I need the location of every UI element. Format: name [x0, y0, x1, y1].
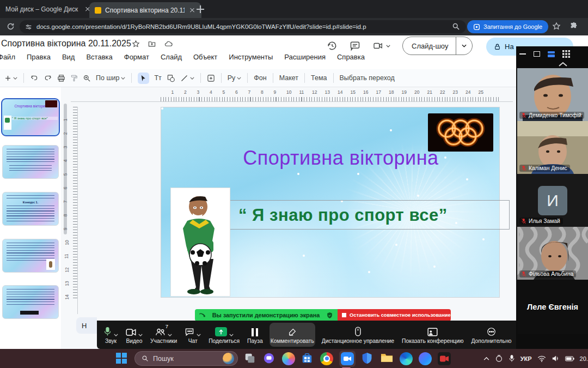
- move-folder-icon[interactable]: [148, 40, 156, 48]
- comments-icon[interactable]: [350, 40, 360, 51]
- minimize-icon[interactable]: [519, 53, 526, 55]
- menu-insert[interactable]: Вставка: [86, 53, 112, 61]
- site-settings-icon[interactable]: [25, 23, 32, 31]
- textbox-tool-button[interactable]: Tт: [154, 74, 161, 82]
- task-view-button[interactable]: [244, 352, 257, 365]
- chrome-app-icon[interactable]: [320, 352, 333, 365]
- participant-tile[interactable]: Фільова Альбина: [517, 227, 588, 280]
- restore-window-icon[interactable]: [534, 51, 540, 57]
- join-call-button[interactable]: [372, 41, 390, 51]
- line-tool-button[interactable]: [180, 74, 194, 82]
- partially-hidden-button[interactable]: Н: [76, 317, 97, 334]
- zoom-pause-button[interactable]: Пауза: [246, 321, 264, 349]
- participant-tile[interactable]: Каліман Денис: [517, 121, 588, 174]
- menu-slide[interactable]: Слайд: [161, 53, 182, 61]
- menu-tools[interactable]: Инструменты: [229, 53, 273, 61]
- olympic-rings-image[interactable]: [428, 113, 493, 152]
- browser-tab-presentation[interactable]: Спортивна вікторина 20.11.20: [89, 2, 201, 18]
- designer-app-icon[interactable]: [419, 352, 432, 365]
- cloud-status-icon[interactable]: [164, 40, 173, 48]
- participant-tile[interactable]: Леле Євгенія: [517, 280, 588, 334]
- slide-thumbnail-5[interactable]: [2, 285, 59, 319]
- slide-thumbnail-2[interactable]: [2, 145, 59, 179]
- extensions-icon[interactable]: [569, 22, 578, 31]
- menu-view[interactable]: Вид: [62, 53, 75, 61]
- new-tab-button[interactable]: [196, 5, 205, 14]
- print-button[interactable]: [57, 74, 65, 82]
- redo-button[interactable]: [44, 74, 52, 82]
- document-title[interactable]: Спортивна вікторина 20.11.2025: [1, 39, 131, 49]
- search-icon[interactable]: [452, 22, 460, 31]
- chevron-down-icon: [229, 334, 234, 336]
- shape-tool-button[interactable]: [167, 74, 175, 82]
- zoom-tool-icon[interactable]: [83, 74, 91, 82]
- bookmark-star-icon[interactable]: [552, 22, 561, 31]
- stop-sharing-button[interactable]: Остановить совместное использование: [338, 309, 451, 321]
- gallery-view-icon[interactable]: [562, 50, 570, 58]
- select-tool-button[interactable]: [138, 73, 149, 84]
- collapse-panel-icon[interactable]: [559, 62, 567, 67]
- ask-google-button[interactable]: Запитання до Google: [467, 20, 548, 33]
- slide-title[interactable]: Спортивна вікторина: [226, 147, 455, 170]
- theme-button[interactable]: Тема: [311, 74, 327, 82]
- zoom-app-icon[interactable]: [339, 351, 356, 367]
- copilot-app-icon[interactable]: [282, 352, 295, 365]
- zoom-annotate-button[interactable]: Комментировать: [270, 323, 315, 347]
- screen-recorder-icon[interactable]: [438, 352, 451, 365]
- menu-extensions[interactable]: Расширения: [284, 53, 326, 61]
- format-options-button[interactable]: Pу: [228, 74, 242, 82]
- windows-start-button[interactable]: [115, 352, 128, 365]
- tray-expand-icon[interactable]: [483, 357, 489, 360]
- slideshow-button[interactable]: Слайд-шоу: [402, 37, 473, 55]
- history-icon[interactable]: [327, 40, 338, 51]
- battery-icon[interactable]: [565, 356, 574, 361]
- zoom-show-meeting-button[interactable]: Показать конференцию: [401, 321, 464, 349]
- add-slide-button[interactable]: [4, 75, 17, 82]
- chat-app-icon[interactable]: [263, 352, 276, 365]
- transition-button[interactable]: Выбрать переход: [340, 74, 395, 82]
- participant-tile[interactable]: Демиденко Тимофій: [517, 68, 588, 121]
- address-bar[interactable]: docs.google.com/presentation/d/1RyBoRNB2…: [20, 20, 466, 33]
- menu-format[interactable]: Формат: [124, 53, 149, 61]
- recording-tray-icon[interactable]: [495, 354, 503, 363]
- slide-canvas[interactable]: Спортивна вікторина “ Я знаю про спорт в…: [161, 107, 500, 298]
- speaker-icon[interactable]: [552, 355, 560, 362]
- layout-button[interactable]: Макет: [279, 74, 298, 82]
- slide-subtitle-text[interactable]: “ Я знаю про спорт все”: [238, 206, 448, 225]
- wifi-icon[interactable]: [537, 355, 546, 362]
- zoom-share-button[interactable]: Поделиться: [207, 321, 241, 349]
- menu-object[interactable]: Объект: [193, 53, 217, 61]
- menu-file[interactable]: Файл: [0, 53, 15, 61]
- close-tab-icon[interactable]: [188, 7, 196, 14]
- taskbar-clock[interactable]: 20.1: [580, 355, 588, 362]
- zoom-participants-button[interactable]: 7 Участники: [149, 321, 178, 349]
- zoom-more-button[interactable]: Дополнительно: [470, 321, 512, 349]
- edge-app-icon[interactable]: [400, 352, 413, 365]
- file-explorer-icon[interactable]: [381, 352, 394, 365]
- zoom-remote-control-button[interactable]: Дистанционное управление: [321, 321, 395, 349]
- participant-tile[interactable]: И Илья Замай: [517, 174, 588, 227]
- microsoft-store-icon[interactable]: [301, 352, 314, 365]
- undo-button[interactable]: [30, 74, 39, 82]
- paint-format-button[interactable]: [70, 74, 78, 82]
- insert-image-button[interactable]: [207, 74, 215, 82]
- slide-thumbnail-1[interactable]: Спортивна вікторина " Я знаю про спорт в…: [1, 98, 60, 136]
- antivirus-shield-icon[interactable]: [362, 352, 375, 365]
- menu-edit[interactable]: Правка: [27, 53, 51, 61]
- reload-icon[interactable]: [7, 22, 15, 31]
- speaker-view-icon[interactable]: [548, 51, 555, 57]
- zoom-video-button[interactable]: Видео: [125, 321, 144, 349]
- zoom-chat-button[interactable]: Чат: [183, 321, 202, 349]
- browser-tab-drive[interactable]: Мой диск – Google Диск: [0, 0, 97, 18]
- background-button[interactable]: Фон: [254, 74, 266, 82]
- footballer-image[interactable]: [171, 188, 230, 296]
- zoom-audio-button[interactable]: Звук: [102, 321, 119, 349]
- microphone-tray-icon[interactable]: [509, 354, 515, 363]
- slideshow-dropdown[interactable]: [456, 37, 472, 55]
- language-indicator[interactable]: УКР: [520, 355, 532, 362]
- zoom-level-select[interactable]: По шир: [96, 74, 125, 82]
- taskbar-search-input[interactable]: Пошук: [134, 351, 238, 366]
- slide-thumbnail-3[interactable]: Конкурс 1.: [2, 192, 59, 226]
- slide-thumbnail-4[interactable]: [2, 239, 59, 273]
- star-icon[interactable]: [132, 40, 140, 48]
